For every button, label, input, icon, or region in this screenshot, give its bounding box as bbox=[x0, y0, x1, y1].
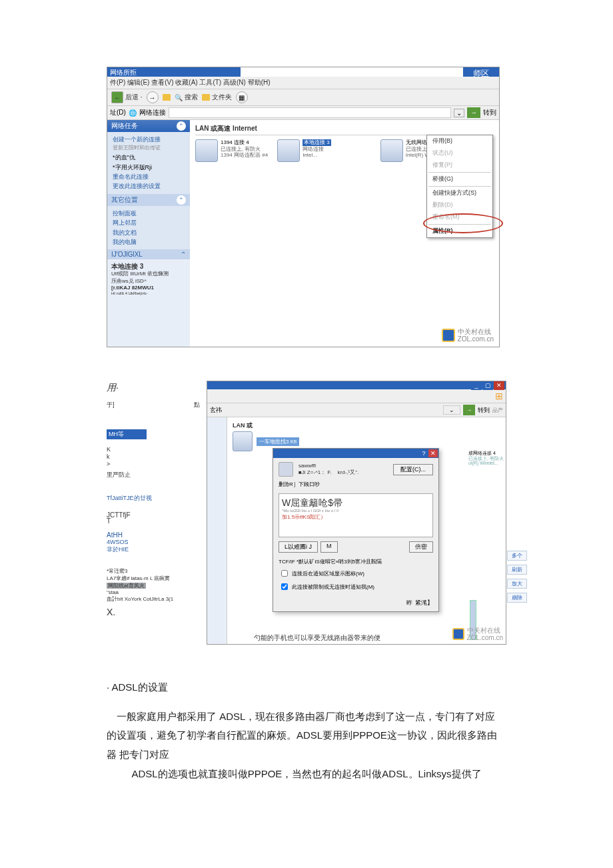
menu-bar[interactable]: 件(P) 编辑(E) 查看(V) 收藏(A) 工具(T) 高级(N) 帮助(H) bbox=[107, 77, 499, 89]
back-icon: ← bbox=[111, 91, 123, 103]
maximize-button[interactable]: ▢ bbox=[482, 381, 493, 390]
network-icon bbox=[195, 139, 218, 162]
details-header[interactable]: IJ'OJlGlXL⌃ bbox=[107, 249, 190, 259]
adsl-heading: · ADSL的设置 bbox=[107, 678, 506, 697]
other-places-header[interactable]: 其它位置⌃ bbox=[107, 194, 190, 206]
address-dropdown-icon[interactable]: ⌄ bbox=[454, 109, 464, 117]
close-button[interactable]: ✕ bbox=[494, 381, 504, 390]
ok-button[interactable]: 昨 bbox=[406, 599, 412, 607]
address-value[interactable]: 网络连接 bbox=[139, 108, 166, 117]
change-settings-link[interactable]: 更改此连接的设置 bbox=[113, 181, 185, 191]
close-button[interactable]: ✕ bbox=[428, 449, 438, 457]
minimize-button[interactable]: _ bbox=[471, 381, 482, 390]
configure-button[interactable]: 配置(C)... bbox=[393, 464, 433, 475]
screenshot-properties-dialog: _ ▢ ✕ ⊞ 玄祎 ⌄ → 转到 品产 LAN 或 bbox=[207, 381, 506, 645]
address-input[interactable] bbox=[169, 107, 451, 118]
watermark: 中关村在线 ZOL.com.cn bbox=[452, 627, 503, 641]
right-badge: 师区 bbox=[463, 67, 499, 77]
folder-icon bbox=[202, 94, 210, 101]
window-title: 网络所拒 bbox=[107, 67, 241, 77]
window-titlebar: 网络所拒 师区 bbox=[107, 67, 499, 77]
lan-header: LAN 或 bbox=[233, 420, 500, 431]
network-icon bbox=[233, 431, 253, 451]
help-button[interactable]: ? bbox=[419, 449, 428, 457]
window-controls: _ ▢ ✕ bbox=[471, 381, 504, 390]
toolbar: ←后退 · → 🔍 搜索 文件夹 ▦ bbox=[107, 89, 499, 106]
rename-connection-link[interactable]: 重命名此连接 bbox=[113, 172, 185, 181]
back-button[interactable]: ←后退 · bbox=[111, 91, 143, 103]
notify-checkbox[interactable]: 此连接被限制或无连接时通知我(M) bbox=[279, 581, 433, 592]
rb-0[interactable]: 多个 bbox=[507, 551, 527, 561]
watermark: 中关村在线 ZOL.com.cn bbox=[442, 328, 494, 343]
paragraph-1: 一般家庭用户都采用了 ADSL，现在很多路由器厂商也考虑到了这一点，专门有了对应… bbox=[107, 707, 506, 765]
up-folder-icon[interactable] bbox=[163, 94, 171, 101]
adapter-icon bbox=[279, 462, 293, 477]
right-connection-info: 坡网络连接 4 已连接上, 有防火 ol(R) Wirelet... bbox=[468, 451, 510, 466]
sidebar-stub bbox=[207, 417, 227, 644]
views-button[interactable]: ▦ bbox=[236, 91, 248, 103]
win-logo-icon: ⊞ bbox=[495, 391, 503, 401]
rb-1[interactable]: 刷新 bbox=[507, 565, 527, 575]
control-panel-link[interactable]: 控制面板 bbox=[113, 209, 185, 218]
go-button[interactable]: → bbox=[463, 405, 475, 415]
address-bar: 址(D) 🌐 网络连接 ⌄ → 转到 bbox=[107, 106, 499, 120]
network-icon bbox=[277, 139, 300, 162]
sidebar: 网络任务⌃ 创建一个新的连接 登新王院时和出传证 *的血"仇 *字用火环版Rji… bbox=[107, 120, 190, 347]
description-text: TCF/IF *默认矿IS傕嘚它«哨3到5富冲且鞍隔 bbox=[279, 558, 433, 565]
menu-shortcut[interactable]: 创建快捷方式(S) bbox=[427, 187, 492, 199]
menu-disable[interactable]: 停用(B) bbox=[427, 135, 492, 147]
components-listbox[interactable]: W屈童籬呛$帚 "Mo lo/2l2l Ho o l /2/2l x Ho o … bbox=[279, 493, 433, 537]
connection-local-3[interactable]: 本地连接 3 网络连接 Intel... bbox=[277, 139, 331, 162]
properties-button[interactable]: 倍密 bbox=[409, 541, 433, 553]
collapse-icon[interactable]: ⌃ bbox=[177, 121, 186, 131]
my-computer-link[interactable]: 我的电脑 bbox=[113, 237, 185, 247]
collapse-icon[interactable]: ⌃ bbox=[181, 251, 186, 258]
connection-1394[interactable]: 1394 连接 4 已连接上, 有防火 1394 网络连配器 #4 bbox=[195, 139, 268, 162]
address-row: 玄祎 ⌄ → 转到 品产 bbox=[207, 403, 506, 417]
cancel-button[interactable]: 紧滗】 bbox=[415, 599, 433, 607]
go-label: 转到 bbox=[483, 108, 496, 117]
dialog-titlebar: ? ✕ bbox=[273, 449, 438, 458]
body-text: · ADSL的设置 一般家庭用户都采用了 ADSL，现在很多路由器厂商也考虑到了… bbox=[107, 678, 506, 784]
my-docs-link[interactable]: 我的文档 bbox=[113, 228, 185, 237]
network-places-link[interactable]: 网上邻居 bbox=[113, 218, 185, 227]
create-connection-link[interactable]: 创建一个新的连接 bbox=[113, 135, 185, 144]
titlebar bbox=[207, 381, 506, 389]
install-button[interactable]: L以难圃i J bbox=[279, 541, 318, 553]
network-tasks-header[interactable]: 网络任务⌃ bbox=[107, 120, 190, 132]
group-header: LAN 或高速 Internet bbox=[195, 123, 494, 135]
dropdown[interactable]: ⌄ bbox=[443, 405, 460, 415]
network-icon bbox=[380, 139, 403, 162]
zol-logo-icon bbox=[452, 628, 464, 640]
rb-2[interactable]: 放大 bbox=[507, 579, 527, 589]
blue-band: MH等 bbox=[107, 429, 147, 439]
selected-connection[interactable]: 一车地批找3 Kfi bbox=[257, 437, 299, 446]
address-label: 址(D) bbox=[110, 108, 126, 117]
details-panel: 本地连接 3 Utf或陪 liIUrМt 依也慷溯 压曲ws兑 iSD^ [r.… bbox=[107, 259, 190, 299]
folders-button[interactable]: 文件夹 bbox=[202, 93, 232, 102]
rb-3[interactable]: 崩除 bbox=[507, 593, 527, 603]
screenshot-network-connections: 网络所拒 师区 件(P) 编辑(E) 查看(V) 收藏(A) 工具(T) 高级(… bbox=[107, 67, 500, 347]
paragraph-2: ADSL的选项也就直接叫做PPPOE，当然也有的起名叫做ADSL。Linksys… bbox=[107, 765, 506, 784]
menu-repair: 修复(P) bbox=[427, 159, 492, 171]
right-buttons: 多个 刷新 放大 崩除 bbox=[507, 551, 527, 603]
go-button[interactable]: → bbox=[467, 107, 480, 118]
menu-rename: 重命名(M) bbox=[427, 211, 492, 223]
menu-status: 状态(U) bbox=[427, 147, 492, 159]
search-button[interactable]: 🔍 搜索 bbox=[175, 93, 198, 102]
menu-properties[interactable]: 属性(R) bbox=[427, 225, 492, 237]
sub-text: 登新王院时和出传证 bbox=[113, 144, 185, 153]
zol-logo-icon bbox=[442, 329, 455, 342]
properties-dialog: ? ✕ sawwffl ■Ji Z=-^1： F. krd-,¹又". 配置( bbox=[273, 448, 439, 612]
menu-delete: 删除(D) bbox=[427, 199, 492, 211]
caption-text: 勺能的手机也可以享受无线路由器带来的便 bbox=[254, 633, 380, 643]
main-area: LAN 或高速 Internet 1394 连接 4 已连接上, 有防火 139… bbox=[190, 120, 499, 347]
show-icon-checkbox[interactable]: 连接后在通知区域显示图标(W) bbox=[279, 568, 433, 579]
context-menu: 停用(B) 状态(U) 修复(P) 桥接(G) 创建快捷方式(S) 删除(D) … bbox=[426, 135, 493, 238]
screenshot2-left-text: 用· 于]點 MH等 K k > 里严防止 TfJattiTJE的廿视 JCTT… bbox=[107, 381, 200, 617]
collapse-icon[interactable]: ⌃ bbox=[177, 195, 186, 205]
forward-button[interactable]: → bbox=[147, 91, 159, 103]
menu-bridge[interactable]: 桥接(G) bbox=[427, 173, 492, 185]
uninstall-button[interactable]: M bbox=[320, 541, 338, 553]
toolbar-row: ⊞ bbox=[207, 389, 506, 403]
